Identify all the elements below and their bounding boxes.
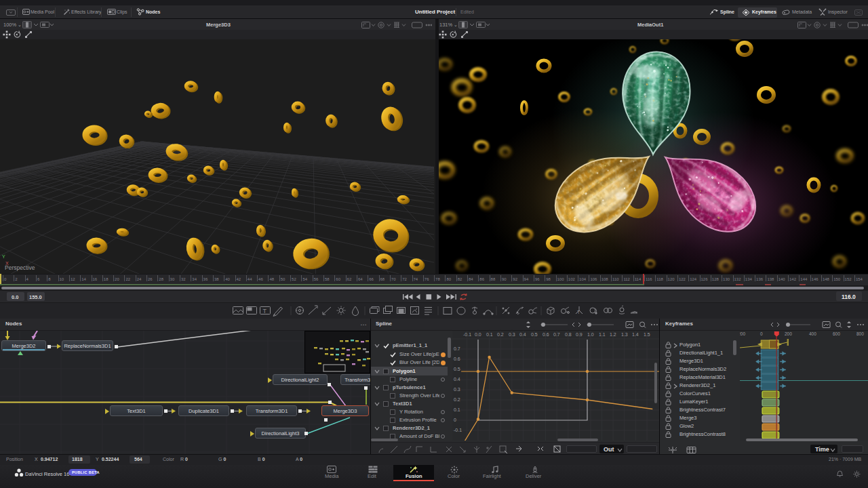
svg-text:1.1: 1.1 <box>599 332 606 337</box>
svg-text:0.5: 0.5 <box>454 367 460 371</box>
svg-text:0.0: 0.0 <box>475 332 481 337</box>
svg-text:T: T <box>263 308 267 314</box>
svg-text:1.4: 1.4 <box>632 332 639 337</box>
svg-text:0.7: 0.7 <box>553 332 560 337</box>
svg-text:200: 200 <box>785 331 792 336</box>
svg-text:0: 0 <box>454 418 456 422</box>
svg-text:-0.1: -0.1 <box>454 428 462 432</box>
svg-text:0.4: 0.4 <box>519 332 526 337</box>
svg-text:0.1: 0.1 <box>454 407 460 412</box>
svg-text:1.2: 1.2 <box>610 332 616 337</box>
svg-text:0.6: 0.6 <box>542 332 549 337</box>
svg-text:0.9: 0.9 <box>576 332 583 337</box>
svg-text:0.1: 0.1 <box>486 332 493 337</box>
svg-text:-200: -200 <box>740 331 745 336</box>
svg-text:1.3: 1.3 <box>621 332 628 337</box>
svg-text:400: 400 <box>809 331 816 336</box>
svg-text:1.5: 1.5 <box>644 332 650 337</box>
svg-text:0.2: 0.2 <box>454 397 460 402</box>
svg-text:0.5: 0.5 <box>531 332 538 337</box>
svg-text:0.2: 0.2 <box>497 332 504 337</box>
svg-text:0.8: 0.8 <box>565 332 572 337</box>
svg-text:0.4: 0.4 <box>454 377 460 382</box>
svg-text:0: 0 <box>760 331 763 336</box>
svg-text:600: 600 <box>833 331 840 336</box>
svg-text:-0.1: -0.1 <box>463 332 471 337</box>
svg-text:T: T <box>577 310 580 314</box>
svg-text:0.3: 0.3 <box>454 387 460 392</box>
svg-text:0.3: 0.3 <box>509 332 515 337</box>
svg-text:800: 800 <box>856 331 864 336</box>
svg-text:0.6: 0.6 <box>454 357 460 361</box>
svg-text:1.0: 1.0 <box>587 332 594 337</box>
svg-text:0.7: 0.7 <box>454 346 460 351</box>
